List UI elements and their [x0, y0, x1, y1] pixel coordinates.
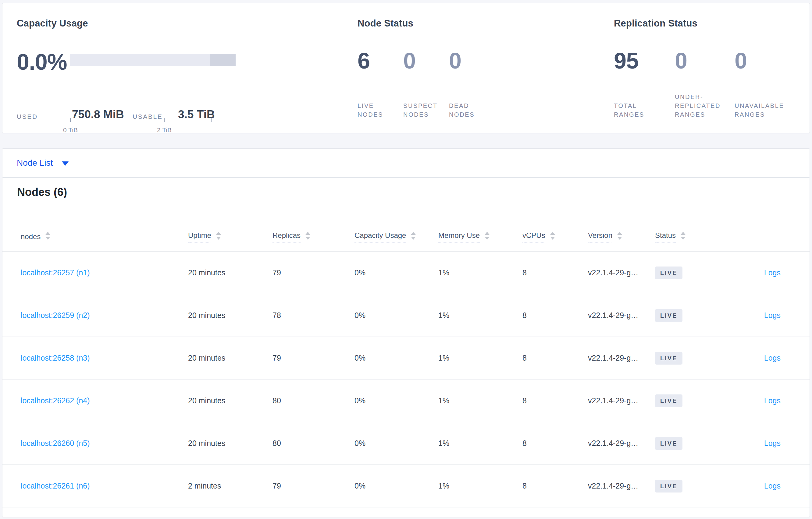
unavailable-ranges-label: UNAVAILABLE RANGES	[734, 101, 799, 119]
logs-link[interactable]: Logs	[764, 482, 781, 490]
node-cell: localhost:26262 (n4)	[21, 396, 188, 405]
uptime-cell: 20 minutes	[188, 396, 272, 405]
version-cell: v22.1.4-29-g…	[588, 439, 655, 448]
memory-cell: 1%	[438, 311, 522, 320]
live-nodes-value: 6	[357, 50, 370, 72]
status-cell: LIVE	[655, 267, 722, 279]
logs-cell: Logs	[722, 354, 781, 362]
capacity-cell: 0%	[354, 311, 438, 320]
nodes-table-card: Nodes (6) nodes Uptime Replicas Capacity…	[2, 178, 810, 517]
node-cell: localhost:26258 (n3)	[21, 354, 188, 362]
table-row: localhost:26261 (n6) 2 minutes 79 0% 1% …	[2, 465, 810, 508]
status-cell: LIVE	[655, 352, 722, 365]
usable-label: USABLE	[133, 113, 163, 120]
capacity-usage-title: Capacity Usage	[17, 18, 88, 29]
nodes-table-title: Nodes (6)	[17, 186, 67, 199]
node-link[interactable]: localhost:26260 (n5)	[21, 439, 90, 448]
node-list-dropdown[interactable]: Node List	[17, 158, 68, 168]
uptime-cell: 2 minutes	[188, 482, 272, 490]
version-cell: v22.1.4-29-g…	[588, 268, 655, 277]
uptime-cell: 20 minutes	[188, 311, 272, 320]
version-cell: v22.1.4-29-g…	[588, 396, 655, 405]
memory-cell: 1%	[438, 396, 522, 405]
status-badge: LIVE	[655, 394, 683, 407]
node-link[interactable]: localhost:26257 (n1)	[21, 268, 90, 277]
caret-down-icon	[62, 161, 68, 166]
table-row: localhost:26259 (n2) 20 minutes 78 0% 1%…	[2, 294, 810, 337]
usable-value: 3.5 TiB	[178, 108, 215, 121]
version-cell: v22.1.4-29-g…	[588, 482, 655, 490]
node-cell: localhost:26257 (n1)	[21, 268, 188, 277]
status-badge: LIVE	[655, 309, 683, 322]
vcpus-cell: 8	[522, 311, 588, 320]
logs-link[interactable]: Logs	[764, 439, 781, 448]
logs-cell: Logs	[722, 439, 781, 448]
node-status-title: Node Status	[357, 18, 413, 29]
sort-arrows-icon	[306, 232, 310, 240]
status-cell: LIVE	[655, 480, 722, 492]
logs-cell: Logs	[722, 396, 781, 405]
memory-cell: 1%	[438, 354, 522, 362]
column-header-version[interactable]: Version	[588, 231, 655, 242]
replicas-cell: 79	[272, 482, 354, 490]
node-link[interactable]: localhost:26262 (n4)	[21, 396, 90, 405]
vcpus-cell: 8	[522, 354, 588, 362]
total-ranges-label: TOTAL RANGES	[614, 101, 657, 119]
view-selector-bar: Node List	[2, 148, 810, 178]
sort-arrows-icon	[550, 232, 555, 240]
logs-cell: Logs	[722, 482, 781, 490]
column-header-memory-use[interactable]: Memory Use	[438, 231, 522, 242]
capacity-used-percent: 0.0%	[17, 51, 67, 73]
node-link[interactable]: localhost:26259 (n2)	[21, 311, 90, 319]
replicas-cell: 80	[272, 439, 354, 448]
logs-link[interactable]: Logs	[764, 354, 781, 362]
capacity-cell: 0%	[354, 354, 438, 362]
logs-link[interactable]: Logs	[764, 268, 781, 277]
replicas-cell: 80	[272, 396, 354, 405]
sort-arrows-icon	[485, 232, 490, 240]
memory-cell: 1%	[438, 482, 522, 490]
column-header-nodes[interactable]: nodes	[21, 233, 188, 241]
capacity-cell: 0%	[354, 482, 438, 490]
status-cell: LIVE	[655, 437, 722, 450]
axis-tick-label: 0 TiB	[52, 126, 89, 134]
status-badge: LIVE	[655, 352, 683, 365]
uptime-cell: 20 minutes	[188, 439, 272, 448]
node-list-dropdown-label: Node List	[17, 158, 53, 168]
column-header-capacity-usage[interactable]: Capacity Usage	[354, 231, 438, 242]
suspect-nodes-label: SUSPECT NODES	[403, 101, 446, 119]
logs-link[interactable]: Logs	[764, 396, 781, 405]
status-cell: LIVE	[655, 309, 722, 322]
suspect-nodes-value: 0	[403, 50, 415, 72]
logs-link[interactable]: Logs	[764, 311, 781, 319]
capacity-cell: 0%	[354, 268, 438, 277]
table-row: localhost:26258 (n3) 20 minutes 79 0% 1%…	[2, 337, 810, 379]
status-cell: LIVE	[655, 394, 722, 407]
capacity-bar-chart: 0 TiB 2 TiB	[70, 54, 236, 66]
table-row: localhost:26260 (n5) 20 minutes 80 0% 1%…	[2, 422, 810, 465]
sort-arrows-icon	[617, 232, 622, 240]
sort-arrows-icon	[680, 232, 686, 240]
column-header-vcpus[interactable]: vCPUs	[522, 231, 588, 242]
status-badge: LIVE	[655, 437, 683, 450]
node-link[interactable]: localhost:26261 (n6)	[21, 482, 90, 490]
table-row: localhost:26257 (n1) 20 minutes 79 0% 1%…	[2, 252, 810, 294]
node-link[interactable]: localhost:26258 (n3)	[21, 354, 90, 362]
memory-cell: 1%	[438, 268, 522, 277]
unavailable-ranges-value: 0	[734, 50, 747, 72]
column-header-status[interactable]: Status	[655, 231, 722, 242]
nodes-table-body: localhost:26257 (n1) 20 minutes 79 0% 1%…	[2, 252, 810, 508]
vcpus-cell: 8	[522, 482, 588, 490]
status-badge: LIVE	[655, 480, 683, 492]
capacity-stats: USED 750.8 MiB USABLE 3.5 TiB	[17, 108, 291, 123]
column-header-replicas[interactable]: Replicas	[272, 231, 354, 242]
live-nodes-label: LIVE NODES	[357, 101, 397, 119]
total-ranges-value: 95	[614, 50, 638, 72]
cluster-summary-card: Capacity Usage 0.0% 0 TiB 2 TiB USED 750…	[2, 3, 810, 133]
status-badge: LIVE	[655, 267, 683, 279]
column-header-uptime[interactable]: Uptime	[188, 231, 272, 242]
node-cell: localhost:26260 (n5)	[21, 439, 188, 448]
used-value: 750.8 MiB	[72, 108, 124, 121]
capacity-bar-highlight	[210, 54, 236, 66]
sort-arrows-icon	[216, 232, 221, 240]
